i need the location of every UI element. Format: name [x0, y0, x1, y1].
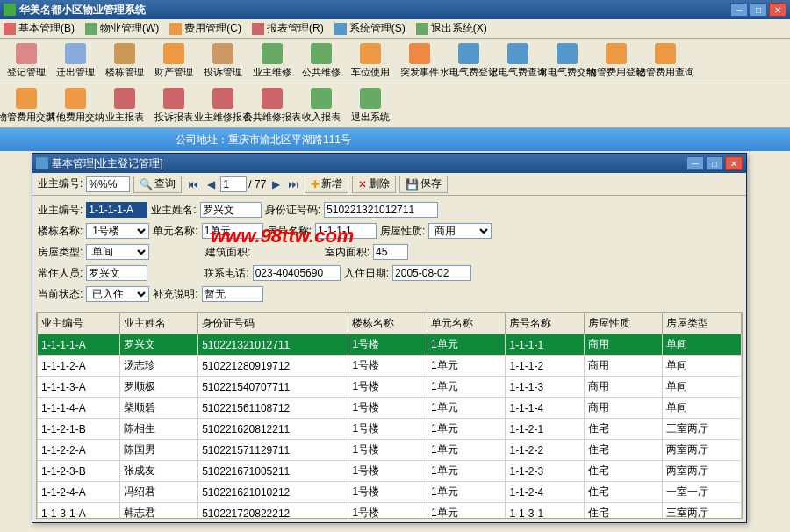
tb-emergency[interactable]: 突发事件 — [397, 41, 442, 80]
tb-owner-repair-icon — [262, 43, 283, 64]
app-title: 华美名都小区物业管理系统 — [19, 3, 730, 18]
tb-register[interactable]: 登记管理 — [4, 41, 49, 80]
toolbar-row-1: 登记管理迁出管理楼栋管理财产管理投诉管理业主维修公共维修车位使用突发事件水电气费… — [0, 39, 790, 83]
tb-complain[interactable]: 投诉管理 — [200, 41, 246, 80]
tb-building[interactable]: 楼栋管理 — [102, 41, 147, 80]
tb-asset-icon — [163, 43, 184, 64]
tb-mgmt-query[interactable]: 物管费用查询 — [643, 41, 688, 80]
tb-other-pay-icon — [65, 88, 86, 109]
tb-income-report[interactable]: 收入报表 — [298, 86, 344, 125]
menu-system[interactable]: 系统管理(S) — [334, 21, 406, 36]
tb-exit-label: 退出系统 — [351, 111, 390, 124]
tb-complain-report-label: 投诉报表 — [154, 111, 193, 124]
tb-exit[interactable]: 退出系统 — [348, 86, 393, 125]
tb-asset-label: 财产管理 — [154, 66, 193, 79]
tb-owner-repair[interactable]: 业主维修 — [249, 41, 295, 80]
tb-moveout-icon — [65, 43, 86, 64]
company-banner: 公司地址：重庆市渝北区平湖路111号 — [0, 128, 790, 151]
tb-mgmt-reg-icon — [606, 43, 627, 64]
tb-register-label: 登记管理 — [7, 66, 46, 79]
main-titlebar: 华美名都小区物业管理系统 ─ □ ✕ — [0, 0, 790, 19]
tb-parking-label: 车位使用 — [351, 66, 390, 79]
tb-asset[interactable]: 财产管理 — [151, 41, 197, 80]
tb-mgmt-pay-icon — [16, 88, 37, 109]
menu-property[interactable]: 物业管理(W) — [85, 21, 159, 36]
tb-income-report-icon — [311, 88, 332, 109]
tb-complain-report-icon — [163, 88, 184, 109]
tb-mgmt-query-icon — [655, 43, 676, 64]
tb-utility-query[interactable]: 水电气费查询 — [495, 41, 541, 80]
tb-emergency-icon — [409, 43, 430, 64]
tb-parking-icon — [360, 43, 381, 64]
tb-utility-pay-icon — [557, 43, 578, 64]
tb-utility-pay[interactable]: 水电气费交纳 — [544, 41, 590, 80]
tb-income-report-label: 收入报表 — [302, 111, 341, 124]
tb-public-repair-icon — [311, 43, 332, 64]
tb-owner-report-icon — [114, 88, 135, 109]
company-address: 公司地址：重庆市渝北区平湖路111号 — [176, 133, 351, 147]
tb-owner-repair-report[interactable]: 业主维修报表 — [200, 86, 246, 125]
tb-mgmt-pay[interactable]: 物管费用交纳 — [4, 86, 49, 125]
tb-exit-icon — [360, 88, 381, 109]
tb-building-icon — [114, 43, 135, 64]
tb-utility-reg[interactable]: 水电气费登记 — [446, 41, 492, 80]
tb-owner-repair-label: 业主维修 — [253, 66, 291, 79]
tb-complain-report[interactable]: 投诉报表 — [151, 86, 197, 125]
tb-complain-icon — [212, 43, 233, 64]
menu-fee[interactable]: 费用管理(C) — [169, 21, 241, 36]
minimize-button[interactable]: ─ — [730, 3, 748, 17]
menu-basic[interactable]: 基本管理(B) — [4, 21, 75, 36]
tb-owner-repair-report-icon — [212, 88, 233, 109]
tb-mgmt-reg[interactable]: 物管费用登记 — [593, 41, 639, 80]
menu-exit[interactable]: 退出系统(X) — [416, 21, 487, 36]
tb-register-icon — [16, 43, 37, 64]
maximize-button[interactable]: □ — [750, 3, 767, 17]
tb-building-label: 楼栋管理 — [105, 66, 144, 79]
tb-mgmt-query-label: 物管费用查询 — [636, 66, 694, 79]
menu-report[interactable]: 报表管理(R) — [252, 21, 324, 36]
menubar: 基本管理(B) 物业管理(W) 费用管理(C) 报表管理(R) 系统管理(S) … — [0, 19, 790, 39]
tb-owner-report-label: 业主报表 — [105, 111, 144, 124]
tb-utility-query-icon — [507, 43, 528, 64]
tb-emergency-label: 突发事件 — [400, 66, 439, 79]
tb-public-repair-report-label: 公共维修报表 — [243, 111, 301, 124]
tb-moveout[interactable]: 迁出管理 — [53, 41, 98, 80]
toolbar-row-2: 物管费用交纳其他费用交纳业主报表投诉报表业主维修报表公共维修报表收入报表退出系统 — [0, 83, 790, 128]
tb-parking[interactable]: 车位使用 — [348, 41, 393, 80]
tb-other-pay[interactable]: 其他费用交纳 — [53, 86, 98, 125]
tb-public-repair[interactable]: 公共维修 — [298, 41, 344, 80]
close-button[interactable]: ✕ — [769, 3, 786, 17]
tb-public-repair-report-icon — [262, 88, 283, 109]
tb-utility-reg-icon — [458, 43, 479, 64]
tb-moveout-label: 迁出管理 — [56, 66, 95, 79]
tb-public-repair-label: 公共维修 — [302, 66, 341, 79]
tb-owner-report[interactable]: 业主报表 — [102, 86, 147, 125]
tb-complain-label: 投诉管理 — [204, 66, 242, 79]
tb-other-pay-label: 其他费用交纳 — [47, 111, 104, 124]
tb-public-repair-report[interactable]: 公共维修报表 — [249, 86, 295, 125]
app-icon — [4, 4, 16, 16]
